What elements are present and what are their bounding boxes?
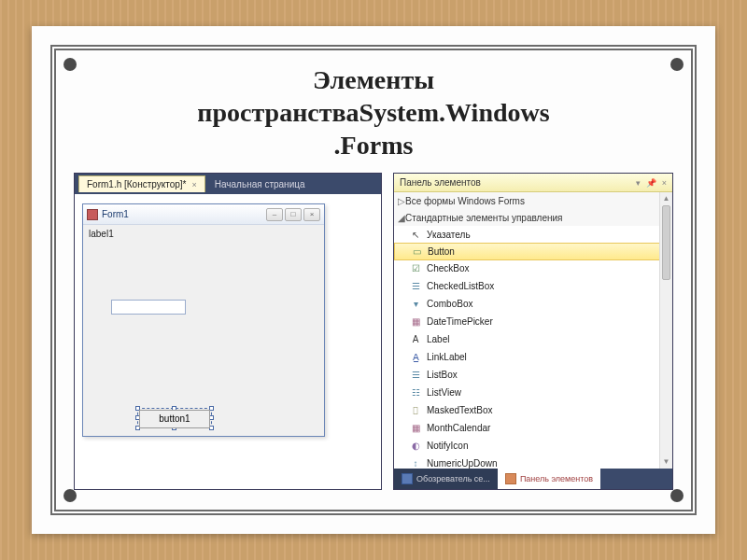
toolbox-item-combobox[interactable]: ▾ComboBox [394, 295, 672, 313]
toolbox-icon [505, 473, 516, 484]
corner-decoration [63, 489, 77, 502]
form-title: Form1 [102, 209, 262, 219]
datetimepicker-icon: ▦ [409, 315, 422, 329]
label-control[interactable]: label1 [89, 229, 114, 239]
tab-form-designer[interactable]: Form1.h [Конструктор]* × [78, 175, 205, 192]
button-control[interactable]: button1 [139, 410, 210, 428]
listbox-icon: ☰ [409, 369, 422, 382]
toolbox-body: ▷ Все формы Windows Forms ◢ Стандартные … [394, 192, 672, 469]
minimize-button[interactable]: – [266, 208, 283, 221]
listview-icon: ☷ [409, 386, 422, 399]
panels-row: Form1.h [Конструктор]* × Начальная стран… [65, 173, 682, 490]
toolbox-item-datetimepicker[interactable]: ▦DateTimePicker [394, 313, 672, 330]
toolbox-panel: Панель элементов ▾ 📌 × ▷ Все формы Windo… [393, 173, 673, 490]
corner-decoration [670, 489, 684, 502]
textbox-control[interactable] [111, 300, 186, 315]
notifyicon-icon: ◐ [409, 440, 422, 453]
group-label: Стандартные элементы управления [405, 213, 562, 223]
toolbox-item-label: MaskedTextBox [427, 405, 493, 415]
scroll-up-icon[interactable]: ▲ [660, 192, 672, 205]
group-label: Все формы Windows Forms [405, 196, 525, 206]
toolbox-item-label: NumericUpDown [427, 458, 498, 469]
toolbox-item-label: DateTimePicker [427, 316, 493, 327]
toolbox-item-checkbox[interactable]: ☑CheckBox [394, 259, 672, 277]
toolbox-item-label: ComboBox [427, 299, 472, 309]
window-buttons: – □ × [266, 208, 320, 221]
toolbox-item-linklabel[interactable]: A̲LinkLabel [394, 348, 672, 366]
toolbox-header[interactable]: Панель элементов ▾ 📌 × [394, 174, 672, 192]
toolbox-item-label: ListBox [427, 370, 458, 380]
toolbox-item-listbox[interactable]: ☰ListBox [394, 366, 672, 384]
toolbox-item-label: ListView [427, 387, 461, 398]
scroll-thumb[interactable] [662, 205, 670, 280]
tab-label: Обозреватель се... [416, 474, 490, 483]
toolbox-group-standard[interactable]: ◢ Стандартные элементы управления [394, 209, 672, 226]
corner-decoration [670, 58, 684, 71]
toolbox-item-label: MonthCalendar [427, 423, 490, 433]
corner-decoration [63, 58, 77, 71]
bottom-tab-row: Обозреватель се... Панель элементов [394, 469, 672, 489]
designer-panel: Form1.h [Конструктор]* × Начальная стран… [74, 173, 382, 490]
monthcalendar-icon: ▦ [409, 422, 422, 435]
chevron-right-icon: ▷ [398, 196, 405, 206]
checkedlistbox-icon: ☰ [409, 280, 422, 293]
maskedtextbox-icon: ⌷ [409, 404, 422, 417]
designer-surface[interactable]: Form1 – □ × label1 [75, 194, 381, 489]
tab-solution-explorer[interactable]: Обозреватель се... [394, 469, 498, 489]
checkbox-icon: ☑ [409, 262, 422, 275]
toolbox-item-button[interactable]: ▭Button [394, 243, 672, 260]
toolbox-item-monthcalendar[interactable]: ▦MonthCalendar [394, 419, 672, 437]
toolbox-item-numericupdown[interactable]: ↕NumericUpDown [394, 455, 672, 469]
explorer-icon [402, 473, 413, 484]
label-icon: A [409, 333, 422, 346]
tab-row: Form1.h [Конструктор]* × Начальная стран… [75, 174, 381, 194]
slide-border: Элементы пространстваSystem.Windows .For… [50, 45, 697, 515]
toolbox-group-all[interactable]: ▷ Все формы Windows Forms [394, 192, 672, 209]
form-client-area[interactable]: label1 [83, 225, 324, 436]
toolbox-title: Панель элементов [400, 177, 481, 188]
button-icon: ▭ [410, 245, 423, 259]
toolbox-item-указатель[interactable]: ↖Указатель [394, 226, 672, 244]
toolbox-item-label: CheckBox [427, 263, 470, 273]
toolbox-item-label: Указатель [427, 230, 471, 240]
tab-label: Начальная страница [215, 179, 305, 189]
form-window[interactable]: Form1 – □ × label1 [82, 203, 325, 437]
slide: Элементы пространстваSystem.Windows .For… [32, 26, 715, 534]
close-button[interactable]: × [303, 208, 320, 221]
toolbox-item-label: LinkLabel [427, 352, 467, 362]
pin-icon[interactable]: ▾ [636, 178, 641, 188]
chevron-down-icon: ◢ [398, 213, 405, 223]
toolbox-item-notifyicon[interactable]: ◐NotifyIcon [394, 437, 672, 455]
maximize-button[interactable]: □ [285, 208, 302, 221]
combobox-icon: ▾ [409, 298, 422, 311]
toolbox-items: ↖Указатель▭Button☑CheckBox☰CheckedListBo… [394, 226, 672, 469]
linklabel-icon: A̲ [409, 351, 422, 364]
form-icon [87, 209, 98, 220]
tab-toolbox[interactable]: Панель элементов [498, 469, 600, 489]
toolbox-item-checkedlistbox[interactable]: ☰CheckedListBox [394, 277, 672, 295]
scrollbar[interactable]: ▲ ▼ [659, 192, 672, 469]
toolbox-item-label: CheckedListBox [427, 281, 494, 291]
title-line: пространстваSystem.Windows [197, 98, 549, 127]
title-line: Элементы [313, 65, 434, 94]
scroll-down-icon[interactable]: ▼ [660, 455, 672, 469]
autohide-icon[interactable]: 📌 [646, 178, 656, 188]
toolbox-item-maskedtextbox[interactable]: ⌷MaskedTextBox [394, 401, 672, 419]
toolbox-item-listview[interactable]: ☷ListView [394, 384, 672, 401]
numericupdown-icon: ↕ [409, 457, 422, 469]
tab-label: Панель элементов [520, 474, 593, 483]
title-line: .Forms [334, 131, 414, 160]
slide-title: Элементы пространстваSystem.Windows .For… [65, 60, 682, 173]
close-icon[interactable]: × [191, 180, 196, 189]
toolbox-item-label: Label [427, 334, 449, 344]
toolbox-item-label: Button [428, 246, 455, 257]
tab-start-page[interactable]: Начальная страница [207, 175, 313, 192]
указатель-icon: ↖ [409, 229, 422, 242]
tab-label: Form1.h [Конструктор]* [87, 179, 186, 189]
toolbox-item-label[interactable]: ALabel [394, 330, 672, 348]
close-icon[interactable]: × [662, 178, 667, 188]
toolbox-item-label: NotifyIcon [427, 441, 468, 451]
form-titlebar[interactable]: Form1 – □ × [83, 204, 324, 225]
